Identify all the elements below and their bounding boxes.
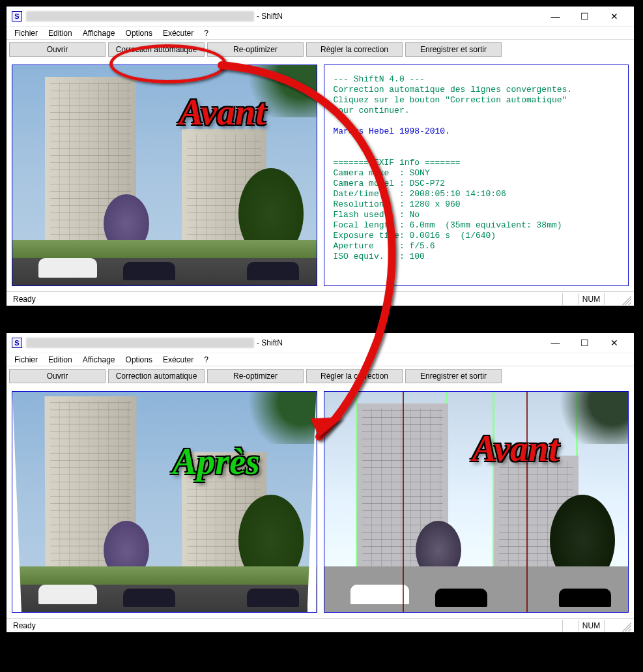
adjust-button[interactable]: Règler la correction (306, 42, 403, 57)
photo-corrected (12, 392, 317, 612)
menu-fichier[interactable]: Fichier (9, 354, 43, 366)
menubar: Fichier Edition Affichage Options Exécut… (7, 26, 634, 39)
maximize-button[interactable]: ☐ (570, 334, 599, 352)
maximize-button[interactable]: ☐ (570, 7, 599, 25)
menu-executer[interactable]: Exécuter (158, 27, 199, 39)
image-panel-corrected (12, 391, 317, 613)
window-controls: — ☐ ✕ (541, 7, 629, 25)
menu-help[interactable]: ? (199, 27, 214, 39)
reoptimize-button[interactable]: Re-optimizer (207, 369, 304, 383)
status-ready: Ready (9, 621, 40, 630)
status-box-1 (562, 620, 578, 632)
photo-original (12, 65, 317, 285)
image-panel-original (12, 65, 317, 286)
minimize-button[interactable]: — (541, 7, 570, 25)
close-button[interactable]: ✕ (599, 7, 629, 25)
resize-grip-icon[interactable] (620, 620, 631, 632)
toolbar: Ouvrir Correction automatique Re-optimiz… (7, 39, 634, 59)
menu-executer[interactable]: Exécuter (158, 354, 199, 366)
status-box-3 (604, 620, 620, 632)
auto-correct-button[interactable]: Correction automatique (108, 369, 205, 383)
app-window-after: S - ShiftN — ☐ ✕ Fichier Edition Afficha… (6, 332, 635, 633)
save-exit-button[interactable]: Enregistrer et sortir (405, 369, 502, 383)
minimize-button[interactable]: — (541, 334, 570, 352)
menu-fichier[interactable]: Fichier (9, 27, 43, 39)
content-area: --- ShiftN 4.0 --- Correction automatiqu… (7, 59, 634, 291)
status-ready: Ready (9, 295, 40, 304)
auto-correct-button[interactable]: Correction automatique (108, 42, 205, 57)
title-suffix: - ShiftN (257, 12, 283, 21)
info-text: --- ShiftN 4.0 --- Correction automatiqu… (324, 65, 629, 285)
menu-edition[interactable]: Edition (43, 354, 78, 366)
titlebar[interactable]: S - ShiftN — ☐ ✕ (7, 7, 634, 26)
window-controls: — ☐ ✕ (541, 334, 629, 352)
title-path-blurred (26, 11, 254, 22)
statusbar: Ready NUM (7, 618, 634, 632)
status-num: NUM (578, 293, 604, 305)
titlebar[interactable]: S - ShiftN — ☐ ✕ (7, 333, 634, 353)
menu-affichage[interactable]: Affichage (78, 354, 121, 366)
adjust-button[interactable]: Règler la correction (306, 369, 403, 383)
status-box-3 (604, 293, 620, 305)
title-suffix: - ShiftN (257, 338, 283, 347)
menu-help[interactable]: ? (199, 354, 214, 366)
reoptimize-button[interactable]: Re-optimizer (207, 42, 304, 57)
menu-affichage[interactable]: Affichage (78, 27, 121, 39)
menu-options[interactable]: Options (121, 27, 158, 39)
close-button[interactable]: ✕ (599, 334, 629, 352)
image-panel-edges (324, 391, 629, 613)
resize-grip-icon[interactable] (620, 293, 631, 305)
statusbar: Ready NUM (7, 291, 634, 306)
status-box-1 (562, 293, 578, 305)
open-button[interactable]: Ouvrir (9, 42, 106, 57)
content-area (7, 386, 634, 618)
photo-edge-detection (324, 392, 629, 612)
info-panel: --- ShiftN 4.0 --- Correction automatiqu… (324, 65, 629, 286)
open-button[interactable]: Ouvrir (9, 369, 106, 383)
toolbar: Ouvrir Correction automatique Re-optimiz… (7, 366, 634, 386)
app-icon: S (12, 338, 22, 348)
status-num: NUM (578, 620, 604, 632)
menu-options[interactable]: Options (121, 354, 158, 366)
app-window-before: S - ShiftN — ☐ ✕ Fichier Edition Afficha… (6, 6, 635, 306)
app-icon: S (12, 11, 22, 22)
title-path-blurred (26, 338, 254, 348)
menu-edition[interactable]: Edition (43, 27, 78, 39)
menubar: Fichier Edition Affichage Options Exécut… (7, 353, 634, 366)
save-exit-button[interactable]: Enregistrer et sortir (405, 42, 502, 57)
